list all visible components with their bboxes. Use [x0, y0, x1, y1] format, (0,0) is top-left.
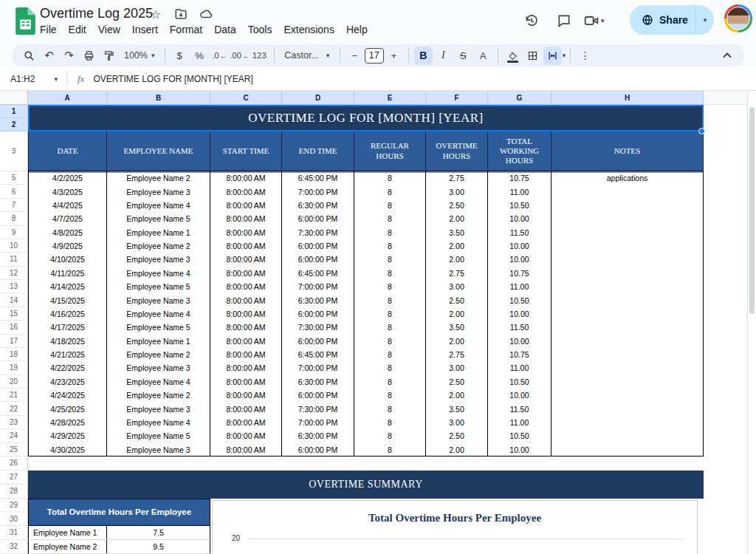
- menu-view[interactable]: View: [92, 21, 126, 38]
- version-history-icon[interactable]: [518, 7, 545, 34]
- cell-start-time[interactable]: 8:00:00 AM: [210, 226, 282, 239]
- cell-end-time[interactable]: 6:45:00 PM: [282, 267, 354, 280]
- row-header-29[interactable]: 29: [0, 499, 28, 513]
- summary-table-header[interactable]: Total Overtime Hours Per Employee: [28, 499, 210, 526]
- star-icon[interactable]: ☆: [149, 7, 162, 21]
- cell-end-time[interactable]: 6:00:00 PM: [282, 212, 354, 225]
- cell-notes[interactable]: [551, 429, 704, 442]
- cell-regular-hours[interactable]: 8: [354, 375, 426, 389]
- row-header-7[interactable]: 7: [0, 199, 28, 212]
- table-row[interactable]: 4/11/2025 Employee Name 4 8:00:00 AM 6:4…: [28, 267, 704, 280]
- cell-overtime-hours[interactable]: 2.50: [426, 375, 488, 389]
- scrollbar-thumb[interactable]: [749, 107, 755, 314]
- cell-start-time[interactable]: 8:00:00 AM: [210, 375, 282, 389]
- avatar[interactable]: [724, 4, 752, 33]
- borders-button[interactable]: [523, 47, 542, 65]
- zoom-select[interactable]: 100%▾: [120, 47, 159, 65]
- header-regular-hours[interactable]: REGULAR HOURS: [354, 131, 426, 171]
- cell-employee-name[interactable]: Employee Name 3: [107, 253, 210, 266]
- cell-notes[interactable]: [551, 239, 704, 253]
- cell-overtime-hours[interactable]: 2.00: [426, 239, 488, 253]
- cloud-status-icon[interactable]: [199, 7, 213, 21]
- cell-regular-hours[interactable]: 8: [354, 361, 426, 375]
- cell-date[interactable]: 4/11/2025: [28, 267, 107, 280]
- italic-button[interactable]: I: [434, 47, 453, 65]
- bold-button[interactable]: B: [414, 47, 433, 65]
- cell-regular-hours[interactable]: 8: [354, 321, 426, 334]
- cell-notes[interactable]: [551, 307, 704, 321]
- cell-employee-name[interactable]: Employee Name 4: [107, 375, 210, 389]
- cell-overtime-hours[interactable]: 2.00: [426, 253, 488, 266]
- cell-end-time[interactable]: 7:00:00 PM: [282, 280, 354, 293]
- header-start-time[interactable]: START TIME: [210, 131, 282, 171]
- cell-overtime-hours[interactable]: 2.00: [426, 335, 488, 348]
- cell-end-time[interactable]: 6:00:00 PM: [282, 253, 354, 266]
- cell-overtime-hours[interactable]: 2.50: [426, 429, 488, 442]
- row-header-1[interactable]: 1: [0, 105, 28, 118]
- cell-date[interactable]: 4/8/2025: [28, 226, 107, 239]
- header-end-time[interactable]: END TIME: [282, 131, 354, 171]
- table-row[interactable]: 4/23/2025 Employee Name 4 8:00:00 AM 6:3…: [28, 375, 704, 389]
- cell-employee-name[interactable]: Employee Name 4: [107, 416, 210, 429]
- cell-regular-hours[interactable]: 8: [354, 212, 426, 225]
- table-row[interactable]: 4/17/2025 Employee Name 5 8:00:00 AM 7:3…: [28, 321, 704, 334]
- column-header-d[interactable]: D: [282, 91, 354, 105]
- cell-start-time[interactable]: 8:00:00 AM: [210, 321, 282, 334]
- cell-end-time[interactable]: 7:00:00 PM: [282, 185, 354, 198]
- cell-date[interactable]: 4/23/2025: [28, 375, 107, 389]
- row-header-23[interactable]: 23: [0, 416, 28, 429]
- more-formats-button[interactable]: 123: [250, 47, 269, 65]
- menu-format[interactable]: Format: [164, 21, 208, 38]
- cell-start-time[interactable]: 8:00:00 AM: [210, 253, 282, 266]
- header-employee-name[interactable]: EMPLOYEE NAME: [107, 131, 210, 171]
- cell-employee-name[interactable]: Employee Name 4: [107, 307, 210, 321]
- video-call-button[interactable]: ▾: [583, 13, 605, 29]
- cell-notes[interactable]: [551, 267, 704, 280]
- header-notes[interactable]: NOTES: [551, 131, 704, 171]
- embedded-chart[interactable]: Total Overtime Hours Per Employee 20: [212, 500, 698, 554]
- print-button[interactable]: [80, 47, 98, 65]
- cell-start-time[interactable]: 8:00:00 AM: [210, 389, 282, 402]
- summary-banner-cell[interactable]: OVERTIME SUMMARY: [28, 471, 704, 499]
- column-header-c[interactable]: C: [210, 91, 282, 105]
- table-row[interactable]: 4/7/2025 Employee Name 5 8:00:00 AM 6:00…: [28, 212, 704, 225]
- cell-overtime-hours[interactable]: 2.75: [426, 171, 488, 185]
- formula-input[interactable]: OVERTIME LOG FOR [MONTH] [YEAR]: [93, 74, 252, 84]
- cell-employee-name[interactable]: Employee Name 4: [107, 267, 210, 280]
- row-header-32[interactable]: 32: [0, 540, 28, 554]
- redo-button[interactable]: ↷: [60, 47, 78, 65]
- cell-date[interactable]: 4/14/2025: [28, 280, 107, 293]
- column-header-e[interactable]: E: [354, 91, 426, 105]
- cell-notes[interactable]: [551, 375, 704, 389]
- cell-overtime-hours[interactable]: 2.50: [426, 293, 488, 307]
- table-row[interactable]: 4/8/2025 Employee Name 1 8:00:00 AM 7:30…: [28, 226, 704, 239]
- cell-end-time[interactable]: 7:30:00 PM: [282, 402, 354, 415]
- cell-overtime-hours[interactable]: 3.50: [426, 402, 488, 415]
- cell-start-time[interactable]: 8:00:00 AM: [210, 416, 282, 429]
- cell-total-working-hours[interactable]: 11.50: [488, 321, 551, 334]
- font-size-input[interactable]: 17: [365, 48, 384, 64]
- table-row[interactable]: 4/21/2025 Employee Name 2 8:00:00 AM 6:4…: [28, 348, 704, 361]
- cell-regular-hours[interactable]: 8: [354, 429, 426, 442]
- cell-end-time[interactable]: 6:30:00 PM: [282, 375, 354, 389]
- cell-regular-hours[interactable]: 8: [354, 280, 426, 293]
- cell-total-working-hours[interactable]: 10.00: [488, 443, 551, 456]
- table-row[interactable]: 4/16/2025 Employee Name 4 8:00:00 AM 6:0…: [28, 307, 704, 321]
- cell-overtime-hours[interactable]: 3.00: [426, 280, 488, 293]
- increase-decimal-button[interactable]: .00→: [230, 47, 249, 65]
- column-header-f[interactable]: F: [426, 91, 488, 105]
- row-header-5[interactable]: 5: [0, 171, 28, 185]
- row-header-10[interactable]: 10: [0, 239, 28, 253]
- cell-total-working-hours[interactable]: 11.00: [488, 280, 551, 293]
- decrease-font-size-button[interactable]: −: [346, 47, 364, 65]
- column-header-g[interactable]: G: [488, 91, 551, 105]
- cell-overtime-hours[interactable]: 3.00: [426, 416, 488, 429]
- summary-employee-hours[interactable]: 9.5: [107, 540, 210, 553]
- cell-end-time[interactable]: 6:45:00 PM: [282, 171, 354, 185]
- cell-start-time[interactable]: 8:00:00 AM: [210, 402, 282, 415]
- cell-date[interactable]: 4/25/2025: [28, 402, 107, 415]
- menu-file[interactable]: File: [34, 21, 63, 38]
- cell-regular-hours[interactable]: 8: [354, 307, 426, 321]
- cell-date[interactable]: 4/30/2025: [28, 443, 107, 456]
- name-box[interactable]: A1:H2▾: [0, 74, 63, 84]
